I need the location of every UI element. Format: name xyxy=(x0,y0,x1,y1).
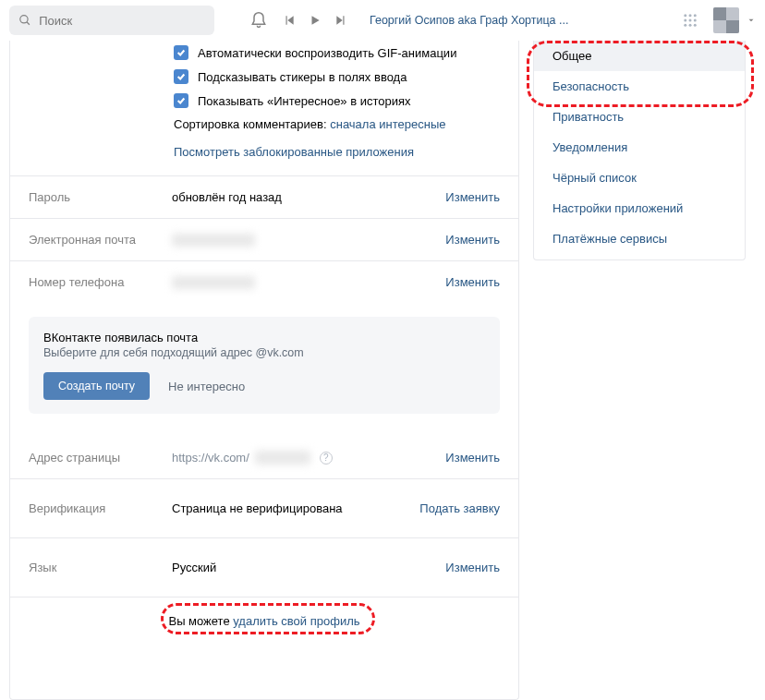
verify-request-link[interactable]: Подать заявку xyxy=(419,501,500,515)
sort-value-link[interactable]: сначала интересные xyxy=(330,117,445,131)
services-grid-icon[interactable] xyxy=(682,12,698,29)
sidebar-item-app-settings[interactable]: Настройки приложений xyxy=(534,193,745,223)
lang-value: Русский xyxy=(172,561,216,574)
email-label: Электронная почта xyxy=(29,233,172,247)
verify-value: Страница не верифицирована xyxy=(172,501,343,515)
settings-sidebar: Общее Безопасность Приватность Уведомлен… xyxy=(533,41,746,260)
page-url-value: https://vk.com/xxxxxxxx ? xyxy=(172,451,333,465)
sidebar-item-general[interactable]: Общее xyxy=(534,41,745,71)
notifications-icon[interactable] xyxy=(249,11,268,30)
svg-point-2 xyxy=(684,14,686,17)
svg-point-0 xyxy=(20,16,28,23)
delete-prefix: Вы можете xyxy=(168,614,233,628)
dismiss-promo-link[interactable]: Не интересно xyxy=(168,380,245,393)
lang-label: Язык xyxy=(29,561,172,574)
change-email-link[interactable]: Изменить xyxy=(445,233,500,247)
change-url-link[interactable]: Изменить xyxy=(445,451,500,465)
svg-point-10 xyxy=(694,24,697,27)
password-value: обновлён год назад xyxy=(172,190,282,204)
svg-line-1 xyxy=(27,22,30,25)
change-password-link[interactable]: Изменить xyxy=(445,190,500,204)
svg-point-7 xyxy=(694,19,697,22)
promo-title: ВКонтакте появилась почта xyxy=(43,331,485,344)
phone-label: Номер телефона xyxy=(29,275,172,289)
search-input[interactable] xyxy=(39,14,205,28)
promo-subtitle: Выберите для себя подходящий адрес @vk.c… xyxy=(43,346,485,359)
checkbox-sticker-hints[interactable] xyxy=(174,69,188,84)
search-icon xyxy=(18,13,31,28)
svg-point-6 xyxy=(689,19,692,22)
avatar[interactable] xyxy=(713,7,739,33)
page-url-label: Адрес страницы xyxy=(29,451,172,465)
password-label: Пароль xyxy=(29,190,172,204)
create-mail-button[interactable]: Создать почту xyxy=(43,372,150,400)
checkbox-interesting-stories[interactable] xyxy=(174,93,188,108)
verify-label: Верификация xyxy=(29,501,172,515)
svg-point-9 xyxy=(689,24,692,27)
search-box[interactable] xyxy=(9,6,214,35)
profile-menu-caret-icon[interactable] xyxy=(747,16,756,25)
checkbox-label: Автоматически воспроизводить GIF-анимаци… xyxy=(198,46,456,60)
svg-point-3 xyxy=(689,14,692,17)
change-phone-link[interactable]: Изменить xyxy=(445,275,500,289)
change-lang-link[interactable]: Изменить xyxy=(445,561,500,574)
sidebar-item-security[interactable]: Безопасность xyxy=(534,71,745,102)
settings-panel: Автоматически воспроизводить GIF-анимаци… xyxy=(9,41,519,700)
sidebar-item-privacy[interactable]: Приватность xyxy=(534,102,745,132)
prev-track-icon[interactable] xyxy=(283,14,296,27)
svg-point-5 xyxy=(684,19,686,22)
help-icon[interactable]: ? xyxy=(320,452,333,465)
sort-label: Сортировка комментариев: xyxy=(174,117,330,131)
blocked-apps-link[interactable]: Посмотреть заблокированные приложения xyxy=(174,145,414,159)
track-title[interactable]: Георгий Осипов aka Граф Хортица ... xyxy=(370,14,568,27)
sidebar-item-payments[interactable]: Платёжные сервисы xyxy=(534,223,745,254)
svg-point-4 xyxy=(694,14,697,17)
sidebar-item-notifications[interactable]: Уведомления xyxy=(534,132,745,163)
delete-profile-link[interactable]: удалить свой профиль xyxy=(233,614,359,628)
checkbox-label: Подсказывать стикеры в полях ввода xyxy=(198,70,407,84)
mail-promo: ВКонтакте появилась почта Выберите для с… xyxy=(29,317,500,414)
checkbox-auto-gif[interactable] xyxy=(174,45,188,60)
phone-value: xxxxxxxxxx xyxy=(172,276,255,289)
email-value: xxxxxxxxx xyxy=(172,234,255,247)
sidebar-item-blocklist[interactable]: Чёрный список xyxy=(534,163,745,193)
next-track-icon[interactable] xyxy=(334,14,347,27)
svg-point-8 xyxy=(684,24,686,27)
checkbox-label: Показывать «Интересное» в историях xyxy=(198,94,411,108)
play-icon[interactable] xyxy=(309,14,322,27)
